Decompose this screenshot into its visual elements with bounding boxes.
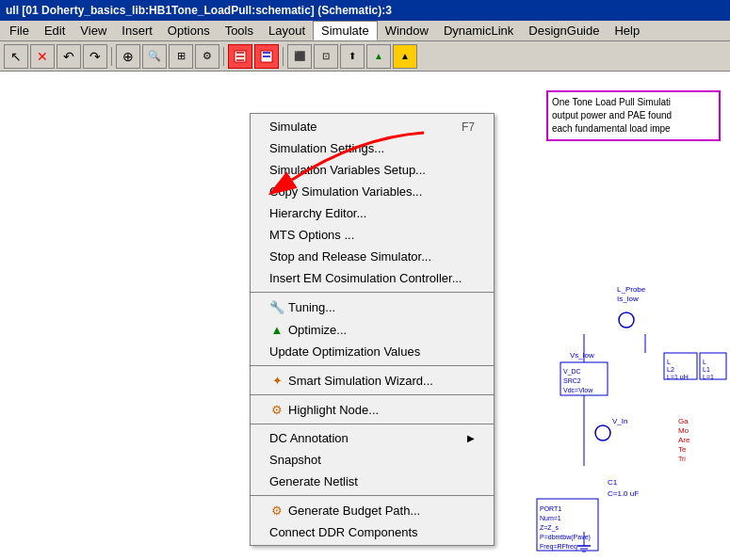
copy-simulation-variables-label: Copy Simulation Variables...	[269, 184, 422, 199]
svg-text:L: L	[667, 359, 671, 365]
connect-ddr-label: Connect DDR Components	[269, 525, 418, 539]
schematic-svg: L_Probe Is_low Vs_low V_DC SRC2 Vdc=Vlow…	[532, 278, 730, 560]
menu-tools[interactable]: Tools	[218, 22, 261, 40]
annotation-text: One Tone Load Pull Simulatioutput power …	[552, 97, 672, 134]
svg-text:Ga: Ga	[678, 417, 689, 425]
highlight-node-icon: ⚙	[269, 402, 284, 417]
toolbar-zoom[interactable]: 🔍	[142, 44, 167, 69]
menu-file[interactable]: File	[2, 22, 37, 40]
svg-text:Vs_low: Vs_low	[570, 351, 594, 360]
menu-dynamiclink[interactable]: DynamicLink	[436, 22, 521, 40]
menu-tuning[interactable]: 🔧 Tuning...	[251, 296, 494, 318]
svg-text:L1: L1	[703, 366, 710, 373]
toolbar-sep1	[111, 47, 112, 66]
menu-simulate-item[interactable]: Simulate F7	[251, 116, 494, 137]
svg-text:L2: L2	[667, 366, 674, 373]
menu-mts-options[interactable]: MTS Options ...	[251, 224, 494, 246]
menu-generate-budget[interactable]: ⚙ Generate Budget Path...	[251, 499, 494, 521]
toolbar-icon5[interactable]: ⬆	[340, 44, 365, 69]
menu-copy-simulation-variables[interactable]: Copy Simulation Variables...	[251, 181, 494, 202]
svg-text:V_DC: V_DC	[563, 368, 581, 376]
svg-text:Vdc=Vlow: Vdc=Vlow	[563, 387, 593, 393]
dropdown-overlay: Simulate F7 Simulation Settings... Simul…	[250, 113, 495, 546]
mts-options-label: MTS Options ...	[269, 228, 354, 242]
dc-annotation-label: DC Annotation	[269, 431, 349, 445]
toolbar-undo[interactable]: ↶	[57, 44, 81, 69]
sep1	[251, 292, 494, 293]
smart-simulation-icon: ✦	[269, 373, 284, 388]
tuning-icon: 🔧	[269, 299, 284, 314]
generate-netlist-label: Generate Netlist	[269, 474, 358, 488]
menu-smart-simulation[interactable]: ✦ Smart Simulation Wizard...	[251, 369, 494, 392]
menu-insert-em[interactable]: Insert EM Cosimulation Controller...	[251, 267, 494, 289]
simulation-variables-setup-label: Simulation Variables Setup...	[269, 163, 426, 177]
toolbar-icon6[interactable]: ▲	[366, 44, 391, 69]
snapshot-label: Snapshot	[269, 453, 321, 467]
svg-text:SRC2: SRC2	[563, 377, 581, 384]
menu-highlight-node[interactable]: ⚙ Highlight Node...	[251, 398, 494, 421]
menu-connect-ddr[interactable]: Connect DDR Components	[251, 521, 494, 543]
menu-edit[interactable]: Edit	[37, 22, 73, 40]
menu-update-optimization[interactable]: Update Optimization Values	[251, 341, 494, 362]
optimize-label: Optimize...	[288, 323, 347, 337]
menu-snapshot[interactable]: Snapshot	[251, 449, 494, 471]
main-area: One Tone Load Pull Simulatioutput power …	[0, 72, 730, 560]
svg-text:V_In: V_In	[612, 417, 627, 425]
menu-generate-netlist[interactable]: Generate Netlist	[251, 471, 494, 492]
menu-simulate[interactable]: Simulate	[313, 21, 378, 40]
menu-designguide[interactable]: DesignGuide	[521, 22, 607, 40]
toolbar-sim1[interactable]	[228, 44, 252, 69]
dropdown-menu: Simulate F7 Simulation Settings... Simul…	[250, 113, 495, 546]
sep3	[251, 394, 494, 395]
svg-text:Are: Are	[678, 436, 690, 444]
menu-dc-annotation[interactable]: DC Annotation	[251, 427, 494, 449]
simulation-settings-label: Simulation Settings...	[269, 141, 384, 155]
svg-point-9	[619, 312, 634, 328]
smart-simulation-label: Smart Simulation Wizard...	[288, 374, 433, 388]
toolbar-icon3[interactable]: ⬛	[287, 44, 312, 69]
update-optimization-label: Update Optimization Values	[269, 344, 420, 359]
svg-text:Is_low: Is_low	[617, 295, 639, 303]
svg-text:Mo: Mo	[678, 426, 689, 435]
svg-text:C=1.0 uF: C=1.0 uF	[608, 489, 639, 498]
insert-em-label: Insert EM Cosimulation Controller...	[269, 271, 462, 285]
hierarchy-editor-label: Hierarchy Editor...	[269, 206, 366, 220]
menu-view[interactable]: View	[73, 22, 114, 40]
menu-options[interactable]: Options	[160, 22, 218, 40]
menu-hierarchy-editor[interactable]: Hierarchy Editor...	[251, 202, 494, 224]
generate-budget-icon: ⚙	[269, 503, 284, 518]
svg-text:Tri: Tri	[678, 456, 686, 462]
menu-layout[interactable]: Layout	[261, 22, 313, 40]
toolbar-sim2[interactable]	[254, 44, 279, 69]
toolbar-delete[interactable]: ✕	[30, 44, 55, 69]
menu-stop-release[interactable]: Stop and Release Simulator...	[251, 246, 494, 267]
toolbar-icon4[interactable]: ⊡	[314, 44, 338, 69]
svg-text:P=dbmtbw(Pave): P=dbmtbw(Pave)	[540, 534, 591, 541]
svg-text:Z=Z_s: Z=Z_s	[540, 524, 560, 532]
toolbar-move[interactable]: ⊕	[116, 44, 140, 69]
menu-simulation-settings[interactable]: Simulation Settings...	[251, 137, 494, 159]
toolbar: ↖ ✕ ↶ ↷ ⊕ 🔍 ⊞ ⚙ ⬛ ⊡ ⬆ ▲ ▲	[0, 41, 730, 72]
tuning-label: Tuning...	[288, 300, 335, 314]
svg-text:L: L	[703, 359, 706, 365]
menu-bar: File Edit View Insert Options Tools Layo…	[0, 21, 730, 41]
sep4	[251, 424, 494, 424]
menu-insert[interactable]: Insert	[114, 22, 160, 40]
simulate-shortcut: F7	[462, 120, 475, 134]
toolbar-zoomfit[interactable]: ⊞	[169, 44, 193, 69]
menu-simulation-variables-setup[interactable]: Simulation Variables Setup...	[251, 159, 494, 181]
toolbar-options1[interactable]: ⚙	[195, 44, 219, 69]
svg-text:L_Probe: L_Probe	[617, 285, 646, 294]
menu-help[interactable]: Help	[607, 22, 647, 40]
toolbar-icon7[interactable]: ▲	[393, 44, 417, 69]
svg-text:Te: Te	[678, 445, 687, 454]
simulate-label: Simulate	[269, 120, 317, 134]
toolbar-sep3	[283, 47, 284, 66]
svg-text:Num=1: Num=1	[540, 515, 561, 521]
toolbar-select[interactable]: ↖	[4, 44, 28, 69]
svg-text:L=1 uH: L=1 uH	[667, 374, 689, 380]
toolbar-redo[interactable]: ↷	[83, 44, 107, 69]
menu-window[interactable]: Window	[378, 22, 436, 40]
annotation-box: One Tone Load Pull Simulatioutput power …	[546, 90, 721, 141]
menu-optimize[interactable]: ▲ Optimize...	[251, 318, 494, 341]
